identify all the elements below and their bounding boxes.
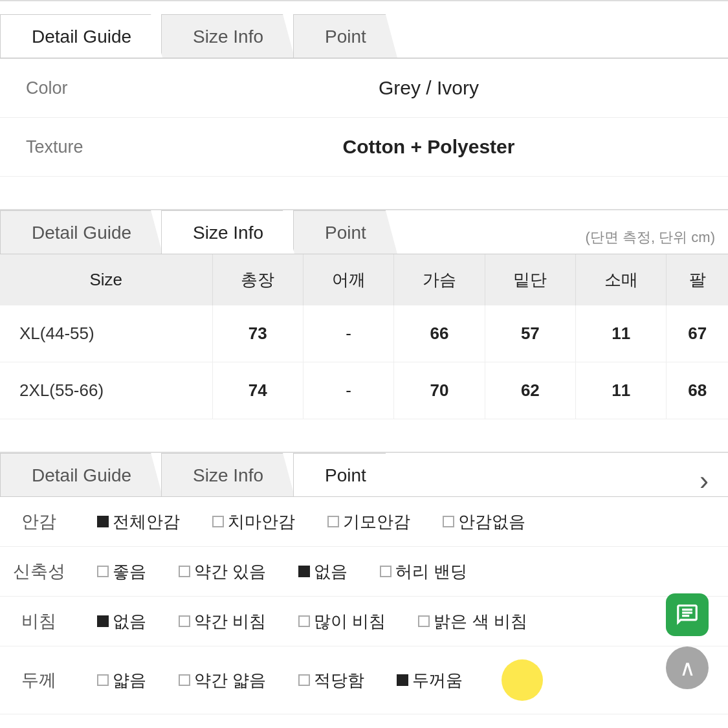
bichim-opt1: 없음: [97, 610, 146, 633]
dukkke-opt3: 적당함: [298, 669, 364, 692]
angam-opt1: 전체안감: [97, 511, 180, 533]
sinchuk-opt2-label: 약간 있음: [194, 560, 266, 583]
angam-opt4: 안감없음: [443, 511, 525, 533]
size-2xl-total: 74: [212, 362, 303, 419]
info-table: Color Grey / Ivory Texture Cotton + Poly…: [0, 58, 728, 177]
angam-filled-icon: [97, 516, 109, 527]
point-row-sinchuk: 신축성 좋음 약간 있음 없음: [0, 547, 728, 597]
tab-size-info-s3[interactable]: Size Info: [161, 453, 294, 496]
dukkke-empty2: [179, 674, 190, 686]
size-2xl-sleeve: 11: [576, 362, 667, 419]
sinchuk-options: 좋음 약간 있음 없음 허리 밴딩: [78, 547, 728, 597]
tab-point-s1[interactable]: Point: [293, 14, 397, 58]
bichim-filled1: [97, 615, 109, 627]
bichim-opt2: 약간 비침: [179, 610, 266, 633]
tab-bar-section1: Detail Guide Size Info Point: [0, 14, 728, 58]
bichim-opt3-label: 많이 비침: [314, 610, 386, 633]
sinchuk-options-cell: 좋음 약간 있음 없음 허리 밴딩: [97, 560, 722, 583]
angam-opt4-label: 안감없음: [458, 511, 525, 533]
dukkke-options: 얇음 약간 얇음 적당함 두꺼움: [78, 646, 728, 714]
sinchuk-opt1: 좋음: [97, 560, 146, 583]
texture-label: Texture: [0, 118, 129, 177]
size-xl-sleeve: 11: [576, 305, 667, 362]
texture-value: Cotton + Polyester: [129, 118, 728, 177]
point-row-angam: 안감 전체안감 치마안감 기모안감: [0, 497, 728, 547]
dukkke-empty1: [97, 674, 109, 686]
sinchuk-filled3: [298, 566, 310, 577]
size-xl-total: 73: [212, 305, 303, 362]
color-value: Grey / Ivory: [129, 59, 728, 118]
col-shoulder: 어깨: [303, 254, 393, 305]
tab-bar-section2: Detail Guide Size Info Point (단면 측정, 단위 …: [0, 210, 728, 254]
section2-size-info: Detail Guide Size Info Point (단면 측정, 단위 …: [0, 209, 728, 419]
size-xl-chest: 66: [394, 305, 485, 362]
tab-detail-guide-s3[interactable]: Detail Guide: [0, 453, 162, 496]
dukkke-opt4-label: 두꺼움: [412, 669, 463, 692]
dukkke-opt1: 얇음: [97, 669, 146, 692]
col-size: Size: [0, 254, 212, 305]
chat-icon: [675, 602, 700, 627]
bichim-opt1-label: 없음: [113, 610, 146, 633]
dukkke-opt2: 약간 얇음: [179, 669, 266, 692]
point-row-muge: 무게 가벼움 적당함 무거움: [0, 714, 728, 729]
angam-opt2-label: 치마안감: [228, 511, 295, 533]
section3-point: Detail Guide Size Info Point › 안감 전체안감 치…: [0, 452, 728, 728]
tab-point-s3[interactable]: Point: [293, 453, 397, 496]
size-row-xl: XL(44-55) 73 - 66 57 11 67: [0, 305, 728, 362]
sinchuk-opt4-label: 허리 밴딩: [395, 560, 467, 583]
size-row-2xl: 2XL(55-66) 74 - 70 62 11 68: [0, 362, 728, 419]
color-label: Color: [0, 59, 129, 118]
col-chest: 가슴: [394, 254, 485, 305]
back-to-top-button[interactable]: ∧: [666, 646, 709, 689]
col-sleeve: 소매: [576, 254, 667, 305]
size-2xl-shoulder: -: [303, 362, 393, 419]
tab-detail-guide-s2[interactable]: Detail Guide: [0, 210, 162, 254]
chat-button[interactable]: [666, 593, 709, 636]
col-arm: 팔: [667, 254, 728, 305]
muge-options: 가벼움 적당함 무거움: [78, 714, 728, 729]
point-table: 안감 전체안감 치마안감 기모안감: [0, 497, 728, 728]
bichim-empty4: [418, 615, 430, 627]
sinchuk-opt3-label: 없음: [314, 560, 347, 583]
dukkke-opt4: 두꺼움: [397, 669, 463, 692]
size-table: Size 총장 어깨 가슴 밑단 소매 팔 XL(44-55) 73 - 66 …: [0, 254, 728, 419]
bichim-options-cell: 없음 약간 비침 많이 비침 밝은 색 비침: [97, 610, 722, 633]
tab-detail-guide-s1[interactable]: Detail Guide: [0, 14, 162, 58]
size-xl-bottom: 57: [485, 305, 575, 362]
angam-options: 전체안감 치마안감 기모안감 안감없음: [78, 497, 728, 547]
sinchuk-opt3: 없음: [298, 560, 347, 583]
size-table-header-row: Size 총장 어깨 가슴 밑단 소매 팔: [0, 254, 728, 305]
texture-row: Texture Cotton + Polyester: [0, 118, 728, 177]
point-row-bichim: 비침 없음 약간 비침 많이 비침: [0, 597, 728, 646]
sinchuk-opt1-label: 좋음: [113, 560, 146, 583]
bichim-opt3: 많이 비침: [298, 610, 386, 633]
size-2xl-arm: 68: [667, 362, 728, 419]
size-xl-shoulder: -: [303, 305, 393, 362]
bichim-empty3: [298, 615, 310, 627]
angam-empty-icon4: [443, 516, 454, 527]
size-2xl-chest: 70: [394, 362, 485, 419]
size-xl-arm: 67: [667, 305, 728, 362]
angam-opt2: 치마안감: [212, 511, 295, 533]
up-arrow-icon: ∧: [679, 655, 696, 681]
angam-empty-icon3: [327, 516, 339, 527]
size-2xl-bottom: 62: [485, 362, 575, 419]
tab-point-s2[interactable]: Point: [293, 210, 397, 254]
col-bottom: 밑단: [485, 254, 575, 305]
tab-size-info-s1[interactable]: Size Info: [161, 14, 294, 58]
sinchuk-label: 신축성: [0, 547, 78, 597]
dukkke-opt1-label: 얇음: [113, 669, 146, 692]
dukkke-empty3: [298, 674, 310, 686]
section1-detail-guide: Detail Guide Size Info Point Color Grey …: [0, 0, 728, 177]
dukkke-options-cell: 얇음 약간 얇음 적당함 두꺼움: [97, 659, 722, 701]
dukkke-label: 두께: [0, 646, 78, 714]
angam-label: 안감: [0, 497, 78, 547]
point-row-dukkke: 두께 얇음 약간 얇음 적당함: [0, 646, 728, 714]
color-row: Color Grey / Ivory: [0, 59, 728, 118]
chevron-left-icon[interactable]: ›: [700, 465, 709, 496]
angam-opt3-label: 기모안감: [343, 511, 410, 533]
size-note: (단면 측정, 단위 cm): [396, 228, 728, 254]
sinchuk-empty2: [179, 566, 190, 577]
angam-opt1-label: 전체안감: [113, 511, 180, 533]
tab-size-info-s2[interactable]: Size Info: [161, 210, 294, 254]
